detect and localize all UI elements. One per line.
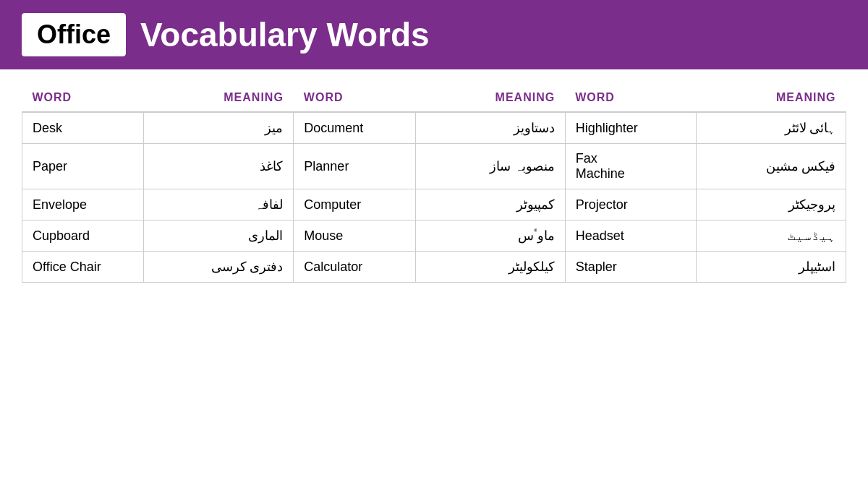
word3-cell: Projector (565, 189, 696, 221)
page-title: Vocabulary Words (140, 15, 430, 54)
col-header-meaning1: MEANING (144, 84, 294, 112)
col-header-word2: WORD (294, 84, 415, 112)
word3-cell: Stapler (565, 252, 696, 283)
meaning3-cell: ہیڈسیٹ (696, 221, 846, 252)
word1-cell: Office Chair (22, 252, 144, 283)
table-header-row: WORD MEANING WORD MEANING WORD MEANING (22, 84, 846, 112)
word3-cell: Fax Machine (565, 144, 696, 189)
table-row: CupboardالماریMouseماوٴسHeadsetہیڈسیٹ (22, 221, 846, 252)
meaning1-cell: لفافہ (144, 189, 294, 221)
word2-cell: Planner (294, 144, 415, 189)
table-row: Office Chairدفتری کرسیCalculatorکیلکولیٹ… (22, 252, 846, 283)
meaning1-cell: میز (144, 112, 294, 144)
vocabulary-table-container: WORD MEANING WORD MEANING WORD MEANING D… (0, 69, 868, 290)
meaning3-cell: اسٹیپلر (696, 252, 846, 283)
meaning2-cell: دستاویز (415, 112, 565, 144)
meaning1-cell: الماری (144, 221, 294, 252)
word3-cell: Highlighter (565, 112, 696, 144)
table-row: PaperکاغذPlannerمنصوبہ سازFax Machineفیک… (22, 144, 846, 189)
office-label: Office (37, 20, 111, 49)
meaning2-cell: کیلکولیٹر (415, 252, 565, 283)
word1-cell: Paper (22, 144, 144, 189)
word3-cell: Headset (565, 221, 696, 252)
meaning1-cell: دفتری کرسی (144, 252, 294, 283)
word1-cell: Cupboard (22, 221, 144, 252)
word1-cell: Envelope (22, 189, 144, 221)
meaning2-cell: منصوبہ ساز (415, 144, 565, 189)
col-header-word1: WORD (22, 84, 144, 112)
table-row: EnvelopeلفافہComputerکمپیوٹرProjectorپرو… (22, 189, 846, 221)
word2-cell: Computer (294, 189, 415, 221)
page-header: Office Vocabulary Words (0, 0, 868, 69)
word2-cell: Calculator (294, 252, 415, 283)
col-header-word3: WORD (565, 84, 696, 112)
word2-cell: Document (294, 112, 415, 144)
table-row: DeskمیزDocumentدستاویزHighlighterہائی لا… (22, 112, 846, 144)
vocabulary-table: WORD MEANING WORD MEANING WORD MEANING D… (22, 84, 846, 283)
meaning2-cell: ماوٴس (415, 221, 565, 252)
meaning3-cell: پروجیکٹر (696, 189, 846, 221)
col-header-meaning3: MEANING (696, 84, 846, 112)
word1-cell: Desk (22, 112, 144, 144)
word2-cell: Mouse (294, 221, 415, 252)
meaning3-cell: ہائی لائٹر (696, 112, 846, 144)
col-header-meaning2: MEANING (415, 84, 565, 112)
meaning2-cell: کمپیوٹر (415, 189, 565, 221)
meaning1-cell: کاغذ (144, 144, 294, 189)
office-box: Office (22, 13, 126, 56)
meaning3-cell: فیکس مشین (696, 144, 846, 189)
